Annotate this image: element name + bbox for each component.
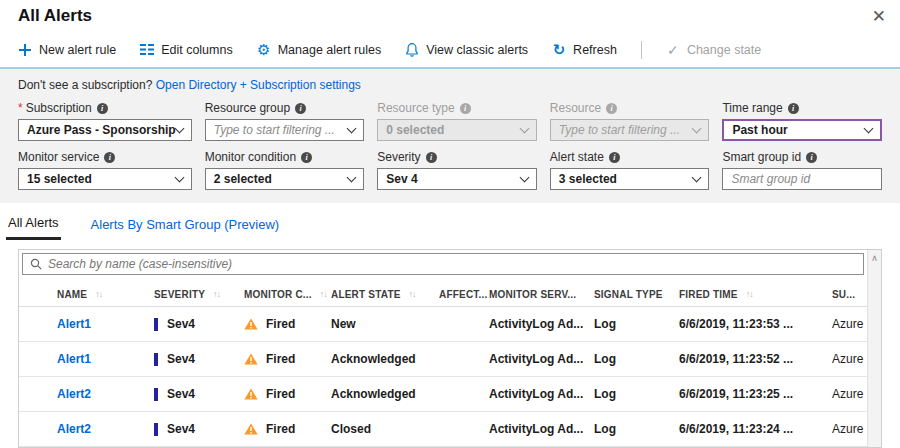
filter-monitor-condition-dropdown[interactable]: 2 selected	[205, 168, 365, 190]
subscription-hint-text: Don't see a subscription?	[18, 78, 152, 92]
column-header-monitor-c[interactable]: MONITOR C...↑↓	[244, 289, 331, 300]
cell-severity: Sev4	[154, 352, 244, 366]
column-header-monitor-serv[interactable]: MONITOR SERV...	[489, 289, 594, 300]
info-icon[interactable]: i	[609, 152, 620, 163]
filter-resource-label-text: Resource	[550, 101, 601, 115]
filter-resource-dropdown: Type to start filtering ...	[550, 119, 710, 141]
open-directory-settings-link[interactable]: Open Directory + Subscription settings	[156, 78, 361, 92]
scroll-up-icon[interactable]: ∧	[871, 250, 878, 263]
filter-resource-type-label: Resource typei	[377, 101, 537, 115]
severity-bar-icon	[154, 388, 158, 401]
info-icon[interactable]: i	[788, 103, 799, 114]
toolbar-new-alert-rule-button[interactable]: New alert rule	[18, 41, 116, 59]
info-icon[interactable]: i	[460, 103, 471, 114]
search-box	[22, 253, 864, 275]
filter-subscription-dropdown[interactable]: Azure Pass - Sponsorship	[18, 119, 192, 141]
cell-fired-time: 6/6/2019, 11:23:24 ...	[679, 422, 832, 436]
filter-time-range-dropdown[interactable]: Past hour	[722, 119, 882, 141]
cell-signal-type: Log	[594, 422, 679, 436]
column-header-severity[interactable]: SEVERITY↑↓	[154, 289, 244, 300]
table-row[interactable]: Alert1Sev4FiredNewActivityLog Ad...Log6/…	[19, 307, 867, 342]
filter-severity-dropdown[interactable]: Sev 4	[377, 168, 537, 190]
alert-name-link[interactable]: Alert1	[57, 317, 91, 331]
filter-subscription-label-text: Subscription	[26, 101, 92, 115]
vertical-scrollbar[interactable]: ∧	[867, 250, 881, 447]
check-icon: ✓	[666, 43, 680, 57]
info-icon[interactable]: i	[301, 152, 312, 163]
cell-monitor-condition: Fired	[244, 317, 331, 331]
filter-time-range-label-text: Time range	[722, 101, 782, 115]
filter-smart-group-id-dropdown[interactable]: Smart group id	[722, 168, 882, 190]
column-header-label: SU...	[832, 289, 855, 300]
chevron-down-icon	[347, 172, 357, 182]
table-row[interactable]: Alert2Sev4FiredAcknowledgedActivityLog A…	[19, 377, 867, 412]
info-icon[interactable]: i	[606, 103, 617, 114]
alerts-table-card: NAME↑↓SEVERITY↑↓MONITOR C...↑↓ALERT STAT…	[18, 249, 882, 448]
bell-icon	[405, 43, 419, 57]
alert-name-link[interactable]: Alert2	[57, 422, 91, 436]
search-icon	[30, 258, 42, 270]
monitor-condition-value: Fired	[266, 352, 295, 366]
refresh-icon: ↻	[552, 42, 566, 57]
tab-alerts-by-smart-group-preview[interactable]: Alerts By Smart Group (Preview)	[89, 213, 282, 240]
toolbar-change-state-button: ✓Change state	[666, 41, 761, 59]
cell-monitor-condition: Fired	[244, 387, 331, 401]
toolbar-new-alert-rule-label: New alert rule	[39, 43, 116, 57]
info-icon[interactable]: i	[97, 103, 108, 114]
filter-alert-state-dropdown[interactable]: 3 selected	[550, 168, 710, 190]
column-header-label: NAME	[57, 289, 87, 300]
column-header-fired-time[interactable]: FIRED TIME↑↓	[679, 289, 832, 300]
filter-resource-value: Type to start filtering ...	[559, 123, 680, 137]
info-icon[interactable]: i	[426, 152, 437, 163]
filter-resource-group-value: Type to start filtering ...	[214, 123, 335, 137]
monitor-condition-value: Fired	[266, 422, 295, 436]
info-icon[interactable]: i	[104, 152, 115, 163]
close-icon[interactable]: ✕	[868, 6, 890, 27]
cell-name: Alert1	[19, 352, 154, 366]
column-header-label: ALERT STATE	[331, 289, 401, 300]
table-body: Alert1Sev4FiredNewActivityLog Ad...Log6/…	[19, 307, 867, 447]
column-header-alert-state[interactable]: ALERT STATE↑↓	[331, 289, 439, 300]
alert-name-link[interactable]: Alert1	[57, 352, 91, 366]
severity-value: Sev4	[167, 352, 195, 366]
sort-icon: ↑↓	[409, 289, 416, 299]
cell-severity: Sev4	[154, 387, 244, 401]
column-header-label: MONITOR C...	[244, 289, 312, 300]
info-icon[interactable]: i	[295, 103, 306, 114]
column-header-affect[interactable]: AFFECT...↑↓	[439, 289, 489, 300]
filter-monitor-condition-label: Monitor conditioni	[205, 150, 365, 164]
monitor-condition-value: Fired	[266, 387, 295, 401]
column-header-name[interactable]: NAME↑↓	[19, 289, 154, 300]
search-input[interactable]	[48, 257, 856, 271]
table-row[interactable]: Alert2Sev4FiredClosedActivityLog Ad...Lo…	[19, 412, 867, 447]
cell-subscription: Azure ...	[832, 422, 867, 436]
toolbar-refresh-button[interactable]: ↻Refresh	[552, 40, 617, 59]
alert-name-link[interactable]: Alert2	[57, 387, 91, 401]
filter-smart-group-id-label-text: Smart group id	[722, 150, 801, 164]
table-row[interactable]: Alert1Sev4FiredAcknowledgedActivityLog A…	[19, 342, 867, 377]
gear-icon: ⚙	[257, 42, 271, 57]
cell-subscription: Azure ...	[832, 317, 867, 331]
toolbar-edit-columns-button[interactable]: Edit columns	[140, 41, 233, 59]
filter-monitor-service: Monitor servicei15 selected	[18, 150, 192, 190]
cell-alert-state: New	[331, 317, 439, 331]
filter-monitor-service-dropdown[interactable]: 15 selected	[18, 168, 192, 190]
cell-name: Alert1	[19, 317, 154, 331]
severity-bar-icon	[154, 423, 158, 436]
cell-severity: Sev4	[154, 317, 244, 331]
filter-severity-label: Severityi	[377, 150, 537, 164]
column-header-label: FIRED TIME	[679, 289, 738, 300]
filter-severity: SeverityiSev 4	[377, 150, 537, 190]
toolbar-view-classic-alerts-button[interactable]: View classic alerts	[405, 41, 528, 59]
toolbar-manage-alert-rules-button[interactable]: ⚙Manage alert rules	[257, 40, 382, 59]
filter-resource-group-dropdown[interactable]: Type to start filtering ...	[205, 119, 365, 141]
cell-signal-type: Log	[594, 387, 679, 401]
cell-monitor-service: ActivityLog Ad...	[489, 352, 594, 366]
column-header-su[interactable]: SU...	[832, 289, 867, 300]
cell-severity: Sev4	[154, 422, 244, 436]
cell-subscription: Azure ...	[832, 387, 867, 401]
tab-all-alerts[interactable]: All Alerts	[6, 213, 61, 240]
column-header-signal-type[interactable]: SIGNAL TYPE	[594, 289, 679, 300]
info-icon[interactable]: i	[806, 152, 817, 163]
cell-monitor-service: ActivityLog Ad...	[489, 422, 594, 436]
